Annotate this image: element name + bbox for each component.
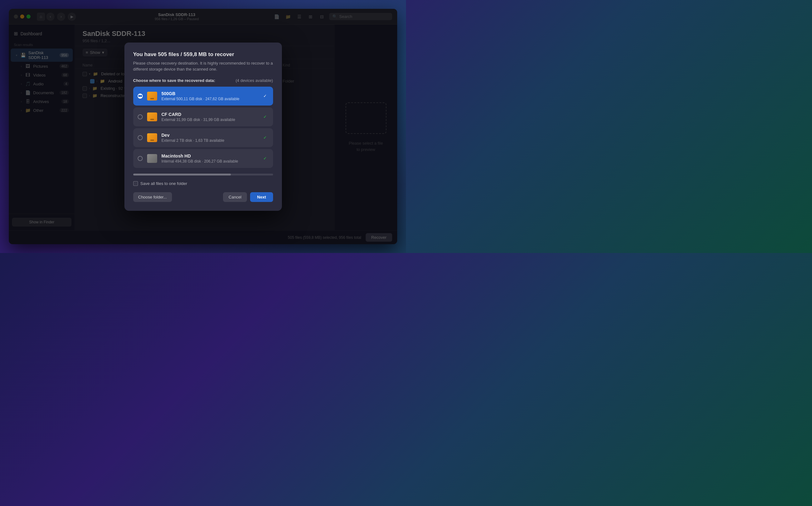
device-check-icon: ✓ <box>262 134 269 141</box>
device-detail: External 500,11 GB disk · 247,62 GB avai… <box>162 97 258 101</box>
choose-folder-button[interactable]: Choose folder... <box>133 192 172 202</box>
device-detail: External 2 TB disk · 1,63 TB available <box>162 138 258 143</box>
device-radio[interactable] <box>138 94 143 99</box>
hdd-icon <box>147 90 158 102</box>
device-name: Macintosh HD <box>162 153 258 159</box>
device-info: Macintosh HD Internal 494,38 GB disk · 2… <box>162 153 258 164</box>
device-item-cfcard[interactable]: CF CARD External 31,99 GB disk · 31,99 G… <box>133 107 273 126</box>
modal-scrollbar[interactable] <box>133 174 273 175</box>
device-list: 500GB External 500,11 GB disk · 247,62 G… <box>133 87 273 168</box>
modal-buttons: Choose folder... Cancel Next <box>133 192 273 202</box>
recovery-modal: You have 505 files / 559,8 MB to recover… <box>124 43 282 211</box>
device-check-icon: ✓ <box>262 113 269 120</box>
device-detail: External 31,99 GB disk · 31,99 GB availa… <box>162 117 258 122</box>
hdd-icon <box>147 132 158 143</box>
device-item-dev[interactable]: Dev External 2 TB disk · 1,63 TB availab… <box>133 128 273 147</box>
devices-count: (4 devices available) <box>236 78 273 83</box>
device-name: CF CARD <box>162 112 258 117</box>
device-radio[interactable] <box>138 135 143 140</box>
device-check-icon: ✓ <box>262 93 269 100</box>
device-item-500gb[interactable]: 500GB External 500,11 GB disk · 247,62 G… <box>133 87 273 105</box>
device-check-icon: ✓ <box>262 155 269 162</box>
scrollbar-thumb[interactable] <box>133 174 231 175</box>
hdd-icon <box>147 111 158 122</box>
device-radio[interactable] <box>138 114 143 119</box>
modal-choose-label: Choose where to save the recovered data:… <box>133 78 273 83</box>
device-info: CF CARD External 31,99 GB disk · 31,99 G… <box>162 112 258 122</box>
device-detail: Internal 494,38 GB disk · 206,27 GB avai… <box>162 159 258 164</box>
next-button[interactable]: Next <box>250 192 273 202</box>
main-window: ⌂ ‹ › ▶ SanDisk SDDR-113 956 files / 1,2… <box>9 9 397 244</box>
save-one-folder-label: Save all files to one folder <box>141 181 187 186</box>
device-radio[interactable] <box>138 156 143 161</box>
device-name: 500GB <box>162 91 258 96</box>
cancel-button[interactable]: Cancel <box>223 192 247 202</box>
choose-label-text: Choose where to save the recovered data: <box>133 78 215 83</box>
modal-description: Please choose recovery destination. It i… <box>133 60 273 73</box>
ssd-icon <box>147 153 158 164</box>
device-info: 500GB External 500,11 GB disk · 247,62 G… <box>162 91 258 101</box>
modal-title: You have 505 files / 559,8 MB to recover <box>133 51 273 58</box>
modal-btn-group: Cancel Next <box>223 192 273 202</box>
device-item-macintosh[interactable]: Macintosh HD Internal 494,38 GB disk · 2… <box>133 149 273 168</box>
save-one-folder-checkbox[interactable] <box>133 181 138 186</box>
save-one-folder-row[interactable]: Save all files to one folder <box>133 181 273 186</box>
device-name: Dev <box>162 133 258 138</box>
device-info: Dev External 2 TB disk · 1,63 TB availab… <box>162 133 258 143</box>
modal-overlay: You have 505 files / 559,8 MB to recover… <box>9 9 397 244</box>
